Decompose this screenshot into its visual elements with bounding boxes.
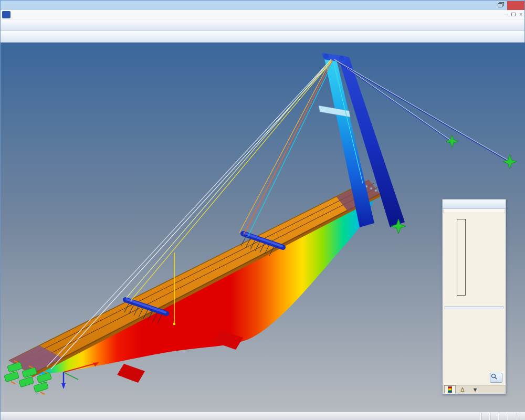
magnifier-icon (490, 373, 498, 380)
tab-factors[interactable]: Δ (457, 385, 468, 394)
panel-title-bar[interactable] (443, 200, 506, 209)
status-bar (1, 411, 525, 420)
tab-filter[interactable]: ▼ (469, 385, 481, 394)
toolbar-standard (1, 19, 524, 31)
minimize-button[interactable] (479, 1, 493, 10)
tab-color-spectrum[interactable] (444, 385, 456, 394)
status-y (508, 413, 517, 420)
status-x (499, 413, 508, 420)
panel-tab-strip: Δ ▼ (443, 385, 506, 394)
color-scale-bar (457, 219, 466, 296)
status-coordinate-system (481, 413, 490, 420)
restore-button[interactable] (493, 1, 507, 10)
panel-close-icon[interactable] (496, 201, 503, 207)
menu-bar: – × (1, 10, 524, 19)
status-z (517, 413, 525, 420)
child-minimize-icon[interactable]: – (505, 12, 508, 17)
scales-icon: Δ (460, 386, 464, 393)
panel-zoom-button[interactable] (490, 373, 502, 383)
panel-result-header (443, 209, 505, 213)
child-restore-icon[interactable] (511, 13, 516, 16)
toolbar-insert-view (1, 31, 524, 43)
status-plane (490, 413, 499, 420)
rfem-window: – × (0, 0, 525, 420)
child-close-icon[interactable]: × (519, 12, 522, 17)
app-icon (2, 2, 9, 9)
restore-icon (498, 3, 502, 7)
viewport-3d[interactable]: Δ ▼ (1, 43, 525, 411)
panel-empty-area (443, 309, 506, 385)
color-spectrum-icon (448, 386, 452, 393)
filter-icon: ▼ (472, 386, 478, 393)
results-panel: Δ ▼ (442, 199, 506, 394)
close-button[interactable] (507, 1, 524, 10)
title-bar (1, 1, 524, 10)
rfem-menu-icon[interactable] (2, 11, 10, 18)
color-scale (443, 214, 505, 303)
